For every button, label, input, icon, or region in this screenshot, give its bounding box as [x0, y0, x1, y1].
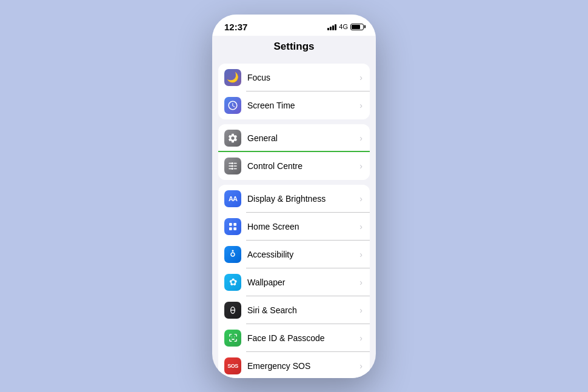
wallpaper-icon: ✿: [224, 274, 241, 291]
screentime-chevron: ›: [359, 101, 362, 110]
settings-item-general[interactable]: General ›: [218, 124, 370, 152]
screentime-label: Screen Time: [247, 101, 357, 110]
general-label: General: [247, 133, 357, 143]
accessibility-chevron: ›: [359, 250, 362, 259]
svg-rect-9: [229, 223, 232, 226]
battery-fill: [352, 25, 360, 29]
controlcentre-label: Control Centre: [247, 161, 357, 171]
svg-rect-10: [233, 223, 236, 226]
display-chevron: ›: [359, 194, 362, 204]
display-icon: AA: [224, 190, 241, 207]
focus-icon: 🌙: [224, 69, 241, 86]
wallpaper-chevron: ›: [359, 277, 362, 287]
scroll-content[interactable]: 🌙 Focus › Screen Time ›: [212, 59, 376, 378]
status-bar: 12:37 4G: [212, 15, 376, 36]
status-icons: 4G: [327, 23, 364, 30]
signal-icon: [327, 23, 336, 30]
settings-item-screentime[interactable]: Screen Time ›: [218, 91, 370, 119]
settings-item-display[interactable]: AA Display & Brightness ›: [218, 185, 370, 213]
settings-item-faceid[interactable]: Face ID & Passcode ›: [218, 324, 370, 352]
display-label: Display & Brightness: [247, 194, 357, 204]
settings-item-wallpaper[interactable]: ✿ Wallpaper ›: [218, 268, 370, 296]
svg-rect-5: [234, 168, 237, 169]
svg-rect-4: [234, 165, 237, 167]
emergencysos-icon: SOS: [224, 357, 241, 374]
focus-label: Focus: [247, 73, 357, 82]
svg-rect-1: [229, 165, 232, 167]
siri-chevron: ›: [359, 305, 362, 315]
battery-icon: [350, 24, 364, 30]
faceid-icon: [224, 330, 241, 347]
accessibility-icon: [224, 246, 241, 263]
svg-rect-0: [229, 162, 232, 164]
phone-frame: 12:37 4G Settings 🌙 Focus ›: [212, 15, 376, 378]
siri-icon: [224, 302, 241, 319]
controlcentre-icon: [224, 158, 241, 174]
controlcentre-chevron: ›: [359, 161, 362, 171]
settings-item-focus[interactable]: 🌙 Focus ›: [218, 64, 370, 91]
settings-item-siri[interactable]: Siri & Search ›: [218, 296, 370, 324]
settings-group-1: 🌙 Focus › Screen Time ›: [218, 64, 370, 119]
page-title: Settings: [273, 41, 314, 52]
settings-header: Settings: [212, 36, 376, 59]
settings-group-2: General ›: [218, 124, 370, 180]
settings-item-controlcentre[interactable]: Control Centre ›: [218, 152, 370, 180]
general-chevron: ›: [359, 133, 362, 143]
homescreen-icon: [224, 218, 241, 235]
accessibility-label: Accessibility: [247, 250, 357, 259]
svg-point-6: [232, 162, 233, 164]
wallpaper-label: Wallpaper: [247, 277, 357, 287]
emergencysos-chevron: ›: [359, 361, 362, 371]
status-time: 12:37: [224, 22, 247, 32]
svg-rect-2: [229, 168, 232, 169]
settings-group-3: AA Display & Brightness › Home S: [218, 185, 370, 378]
siri-label: Siri & Search: [247, 305, 357, 315]
general-icon: [224, 130, 241, 147]
settings-item-emergencysos[interactable]: SOS Emergency SOS ›: [218, 352, 370, 378]
settings-item-accessibility[interactable]: Accessibility ›: [218, 241, 370, 268]
focus-chevron: ›: [359, 73, 362, 82]
emergencysos-label: Emergency SOS: [247, 361, 357, 371]
svg-rect-12: [233, 227, 236, 230]
svg-rect-3: [234, 162, 237, 164]
faceid-label: Face ID & Passcode: [247, 333, 357, 343]
settings-item-homescreen[interactable]: Home Screen ›: [218, 213, 370, 241]
network-label: 4G: [339, 23, 348, 30]
homescreen-label: Home Screen: [247, 222, 357, 231]
svg-point-16: [231, 336, 232, 337]
screentime-icon: [224, 97, 241, 114]
faceid-chevron: ›: [359, 333, 362, 343]
svg-rect-11: [229, 227, 232, 230]
svg-point-13: [232, 250, 234, 251]
svg-point-7: [232, 165, 233, 167]
homescreen-chevron: ›: [359, 222, 362, 231]
svg-point-8: [232, 168, 233, 170]
svg-point-17: [233, 336, 234, 337]
